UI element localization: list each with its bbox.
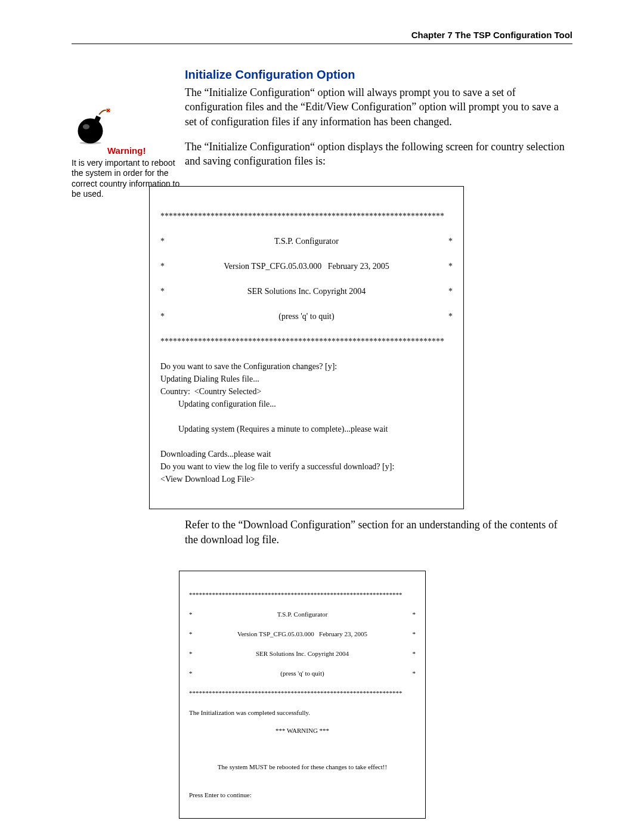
init-paragraph-1: The “Initialize Configuration“ option wi… xyxy=(185,85,572,129)
t1-v1: <View Download Log File> xyxy=(160,475,255,484)
t2-m2: The system MUST be rebooted for these ch… xyxy=(189,762,416,772)
chapter-title: Chapter 7 The TSP Configuration Tool xyxy=(411,30,572,40)
t1-l4: (press 'q' to quit) xyxy=(165,310,448,323)
t1-q1: Do you want to save the Configuration ch… xyxy=(160,362,337,371)
init-paragraph-3: Refer to the “Download Configuration” se… xyxy=(185,518,572,547)
t1-q2: Do you want to view the log file to veri… xyxy=(160,462,394,471)
t1-d1: Downloading Cards...please wait xyxy=(160,450,271,459)
t1-l2: Version TSP_CFG.05.03.000 February 23, 2… xyxy=(165,260,448,272)
t1-l1: T.S.P. Configurator xyxy=(165,235,448,247)
t2-l4: (press 'q' to quit) xyxy=(193,668,413,679)
t2-l2: Version TSP_CFG.05.03.000 February 23, 2… xyxy=(193,629,413,639)
t1-i2: Updating system (Requires a minute to co… xyxy=(160,423,453,435)
init-paragraph-2: The “Initialize Configuration“ option di… xyxy=(185,140,572,169)
t2-stars-bot: ****************************************… xyxy=(189,688,416,698)
main-column: Initialize Configuration Option The “Ini… xyxy=(185,68,572,833)
t1-c1: Country: <Country Selected> xyxy=(160,387,261,396)
svg-point-0 xyxy=(78,119,103,144)
bomb-icon xyxy=(72,104,185,145)
svg-point-1 xyxy=(83,124,89,129)
page-header: Chapter 7 The TSP Configuration Tool xyxy=(72,30,572,44)
warning-label: Warning! xyxy=(107,145,185,157)
page: Chapter 7 The TSP Configuration Tool xyxy=(0,0,644,833)
terminal-screen-1: ****************************************… xyxy=(149,186,464,509)
t2-p1: Press Enter to continue: xyxy=(189,791,252,798)
t2-m1: The Initialization was completed success… xyxy=(189,709,310,716)
t1-u1: Updating Dialing Rules file... xyxy=(160,374,259,383)
t1-l3: SER Solutions Inc. Copyright 2004 xyxy=(165,285,448,298)
t2-l3: SER Solutions Inc. Copyright 2004 xyxy=(193,649,413,659)
t2-stars-top: ****************************************… xyxy=(189,590,416,600)
t2-w1: *** WARNING *** xyxy=(189,726,416,736)
terminal-screen-2: ****************************************… xyxy=(179,571,426,819)
section-title-initialize: Initialize Configuration Option xyxy=(185,68,572,82)
svg-point-7 xyxy=(79,142,101,144)
t2-l1: T.S.P. Configurator xyxy=(193,609,413,620)
t1-stars-top: ****************************************… xyxy=(160,210,453,222)
sidebar: Warning! It is very important to reboot … xyxy=(72,68,185,200)
t1-i1: Updating configuration file... xyxy=(160,398,453,410)
t1-stars-bot: ****************************************… xyxy=(160,335,453,348)
content-row: Warning! It is very important to reboot … xyxy=(72,68,572,833)
